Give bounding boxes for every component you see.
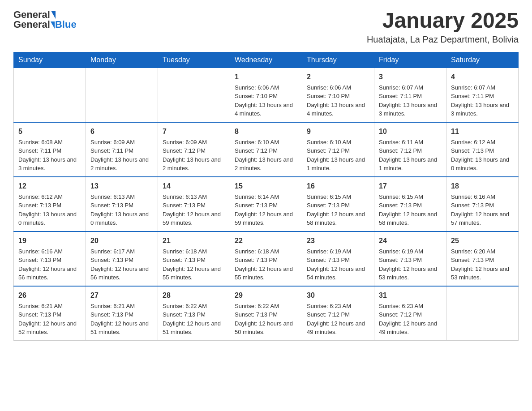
- day-number: 13: [90, 181, 153, 192]
- day-number: 26: [18, 290, 81, 301]
- calendar-cell: 16Sunrise: 6:15 AM Sunset: 7:13 PM Dayli…: [302, 177, 374, 231]
- day-info: Sunrise: 6:13 AM Sunset: 7:13 PM Dayligh…: [163, 193, 225, 227]
- title-block: January 2025 Huatajata, La Paz Departmen…: [367, 9, 519, 45]
- calendar-cell: 28Sunrise: 6:22 AM Sunset: 7:13 PM Dayli…: [158, 286, 230, 341]
- calendar-cell: 14Sunrise: 6:13 AM Sunset: 7:13 PM Dayli…: [158, 177, 230, 231]
- day-info: Sunrise: 6:23 AM Sunset: 7:12 PM Dayligh…: [379, 302, 442, 337]
- day-number: 24: [379, 235, 442, 246]
- day-number: 20: [90, 235, 153, 246]
- day-number: 16: [307, 181, 369, 192]
- calendar-cell: 15Sunrise: 6:14 AM Sunset: 7:13 PM Dayli…: [230, 177, 302, 231]
- calendar-week-row: 1Sunrise: 6:06 AM Sunset: 7:10 PM Daylig…: [14, 68, 519, 122]
- logo: General GeneralBlue: [13, 9, 77, 30]
- calendar-week-row: 5Sunrise: 6:08 AM Sunset: 7:11 PM Daylig…: [14, 122, 519, 177]
- calendar-cell: 30Sunrise: 6:23 AM Sunset: 7:12 PM Dayli…: [302, 286, 374, 341]
- calendar-day-header: Thursday: [302, 52, 374, 68]
- day-info: Sunrise: 6:21 AM Sunset: 7:13 PM Dayligh…: [18, 302, 81, 337]
- calendar-cell: 18Sunrise: 6:16 AM Sunset: 7:13 PM Dayli…: [446, 177, 519, 231]
- day-number: 3: [379, 72, 442, 82]
- day-number: 28: [163, 290, 225, 301]
- day-info: Sunrise: 6:18 AM Sunset: 7:13 PM Dayligh…: [163, 247, 225, 282]
- day-info: Sunrise: 6:10 AM Sunset: 7:12 PM Dayligh…: [235, 138, 297, 173]
- day-info: Sunrise: 6:23 AM Sunset: 7:12 PM Dayligh…: [307, 302, 369, 337]
- calendar-cell: [158, 68, 230, 122]
- day-info: Sunrise: 6:06 AM Sunset: 7:10 PM Dayligh…: [307, 83, 369, 118]
- day-info: Sunrise: 6:11 AM Sunset: 7:12 PM Dayligh…: [379, 138, 442, 173]
- calendar-cell: 10Sunrise: 6:11 AM Sunset: 7:12 PM Dayli…: [374, 122, 446, 177]
- day-info: Sunrise: 6:09 AM Sunset: 7:12 PM Dayligh…: [163, 138, 225, 173]
- calendar-cell: 3Sunrise: 6:07 AM Sunset: 7:11 PM Daylig…: [374, 68, 446, 122]
- calendar-cell: 13Sunrise: 6:13 AM Sunset: 7:13 PM Dayli…: [86, 177, 158, 231]
- day-number: 8: [235, 126, 297, 137]
- day-number: 18: [451, 181, 514, 192]
- calendar-cell: 6Sunrise: 6:09 AM Sunset: 7:11 PM Daylig…: [86, 122, 158, 177]
- calendar-cell: 11Sunrise: 6:12 AM Sunset: 7:13 PM Dayli…: [446, 122, 519, 177]
- day-number: 4: [451, 72, 514, 82]
- day-number: 11: [451, 126, 514, 137]
- day-number: 7: [163, 126, 225, 137]
- calendar-day-header: Monday: [86, 52, 158, 68]
- day-info: Sunrise: 6:12 AM Sunset: 7:13 PM Dayligh…: [451, 138, 514, 173]
- day-info: Sunrise: 6:09 AM Sunset: 7:11 PM Dayligh…: [90, 138, 153, 173]
- day-info: Sunrise: 6:07 AM Sunset: 7:11 PM Dayligh…: [379, 83, 442, 118]
- calendar-cell: 4Sunrise: 6:07 AM Sunset: 7:11 PM Daylig…: [446, 68, 519, 122]
- month-title: January 2025: [367, 9, 519, 33]
- day-info: Sunrise: 6:07 AM Sunset: 7:11 PM Dayligh…: [451, 83, 514, 118]
- calendar-day-header: Sunday: [14, 52, 86, 68]
- calendar-cell: 21Sunrise: 6:18 AM Sunset: 7:13 PM Dayli…: [158, 231, 230, 286]
- page-header: General GeneralBlue January 2025 Huataja…: [13, 9, 519, 45]
- calendar-cell: 26Sunrise: 6:21 AM Sunset: 7:13 PM Dayli…: [14, 286, 86, 341]
- logo-triangle-icon: [51, 11, 56, 19]
- day-number: 19: [18, 235, 81, 246]
- calendar-week-row: 19Sunrise: 6:16 AM Sunset: 7:13 PM Dayli…: [14, 231, 519, 286]
- day-info: Sunrise: 6:17 AM Sunset: 7:13 PM Dayligh…: [90, 247, 153, 282]
- day-number: 5: [18, 126, 81, 137]
- day-number: 2: [307, 72, 369, 82]
- day-number: 9: [307, 126, 369, 137]
- calendar-cell: 19Sunrise: 6:16 AM Sunset: 7:13 PM Dayli…: [14, 231, 86, 286]
- day-number: 27: [90, 290, 153, 301]
- day-number: 21: [163, 235, 225, 246]
- day-info: Sunrise: 6:22 AM Sunset: 7:13 PM Dayligh…: [163, 302, 225, 337]
- calendar-cell: [14, 68, 86, 122]
- day-info: Sunrise: 6:06 AM Sunset: 7:10 PM Dayligh…: [235, 83, 297, 118]
- day-number: 6: [90, 126, 153, 137]
- day-info: Sunrise: 6:15 AM Sunset: 7:13 PM Dayligh…: [379, 193, 442, 227]
- day-number: 29: [235, 290, 297, 301]
- day-number: 14: [163, 181, 225, 192]
- calendar-cell: 20Sunrise: 6:17 AM Sunset: 7:13 PM Dayli…: [86, 231, 158, 286]
- calendar-cell: 7Sunrise: 6:09 AM Sunset: 7:12 PM Daylig…: [158, 122, 230, 177]
- calendar-cell: [446, 286, 519, 341]
- calendar-week-row: 12Sunrise: 6:12 AM Sunset: 7:13 PM Dayli…: [14, 177, 519, 231]
- day-number: 31: [379, 290, 442, 301]
- day-info: Sunrise: 6:16 AM Sunset: 7:13 PM Dayligh…: [18, 247, 81, 282]
- day-number: 10: [379, 126, 442, 137]
- logo-triangle-icon-2: [51, 21, 55, 29]
- day-info: Sunrise: 6:10 AM Sunset: 7:12 PM Dayligh…: [307, 138, 369, 173]
- day-number: 17: [379, 181, 442, 192]
- day-info: Sunrise: 6:18 AM Sunset: 7:13 PM Dayligh…: [235, 247, 297, 282]
- day-number: 23: [307, 235, 369, 246]
- calendar-cell: 17Sunrise: 6:15 AM Sunset: 7:13 PM Dayli…: [374, 177, 446, 231]
- calendar-cell: 2Sunrise: 6:06 AM Sunset: 7:10 PM Daylig…: [302, 68, 374, 122]
- day-info: Sunrise: 6:12 AM Sunset: 7:13 PM Dayligh…: [18, 193, 81, 227]
- day-info: Sunrise: 6:19 AM Sunset: 7:13 PM Dayligh…: [379, 247, 442, 282]
- day-number: 25: [451, 235, 514, 246]
- calendar-day-header: Tuesday: [158, 52, 230, 68]
- calendar-cell: 1Sunrise: 6:06 AM Sunset: 7:10 PM Daylig…: [230, 68, 302, 122]
- calendar-cell: 23Sunrise: 6:19 AM Sunset: 7:13 PM Dayli…: [302, 231, 374, 286]
- calendar-cell: 12Sunrise: 6:12 AM Sunset: 7:13 PM Dayli…: [14, 177, 86, 231]
- day-info: Sunrise: 6:21 AM Sunset: 7:13 PM Dayligh…: [90, 302, 153, 337]
- day-info: Sunrise: 6:19 AM Sunset: 7:13 PM Dayligh…: [307, 247, 369, 282]
- day-number: 22: [235, 235, 297, 246]
- day-info: Sunrise: 6:20 AM Sunset: 7:13 PM Dayligh…: [451, 247, 514, 282]
- day-info: Sunrise: 6:14 AM Sunset: 7:13 PM Dayligh…: [235, 193, 297, 227]
- day-number: 1: [235, 72, 297, 82]
- calendar-week-row: 26Sunrise: 6:21 AM Sunset: 7:13 PM Dayli…: [14, 286, 519, 341]
- calendar-header-row: SundayMondayTuesdayWednesdayThursdayFrid…: [14, 52, 519, 68]
- calendar-day-header: Friday: [374, 52, 446, 68]
- calendar-cell: 9Sunrise: 6:10 AM Sunset: 7:12 PM Daylig…: [302, 122, 374, 177]
- day-info: Sunrise: 6:16 AM Sunset: 7:13 PM Dayligh…: [451, 193, 514, 227]
- calendar-cell: 25Sunrise: 6:20 AM Sunset: 7:13 PM Dayli…: [446, 231, 519, 286]
- day-number: 12: [18, 181, 81, 192]
